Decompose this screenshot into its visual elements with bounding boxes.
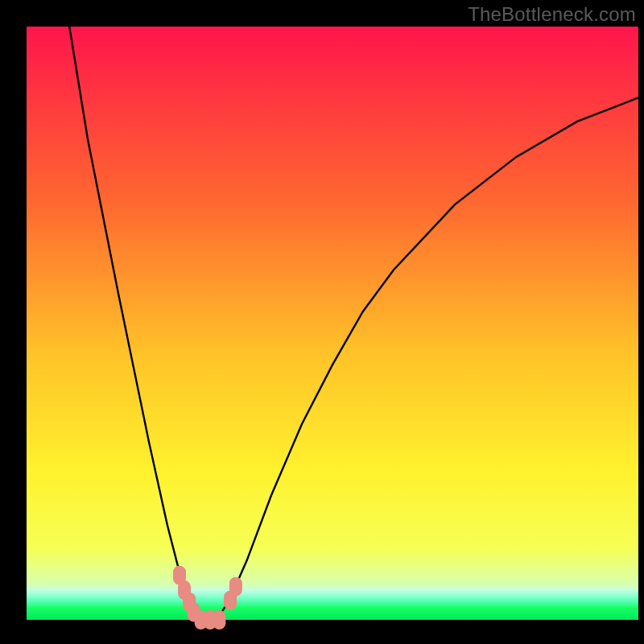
plot-background — [27, 27, 638, 620]
bottleneck-chart — [0, 0, 644, 644]
curve-marker — [213, 610, 225, 630]
watermark-text: TheBottleneck.com — [468, 3, 636, 26]
chart-container: TheBottleneck.com — [0, 0, 644, 644]
curve-marker — [229, 577, 242, 597]
